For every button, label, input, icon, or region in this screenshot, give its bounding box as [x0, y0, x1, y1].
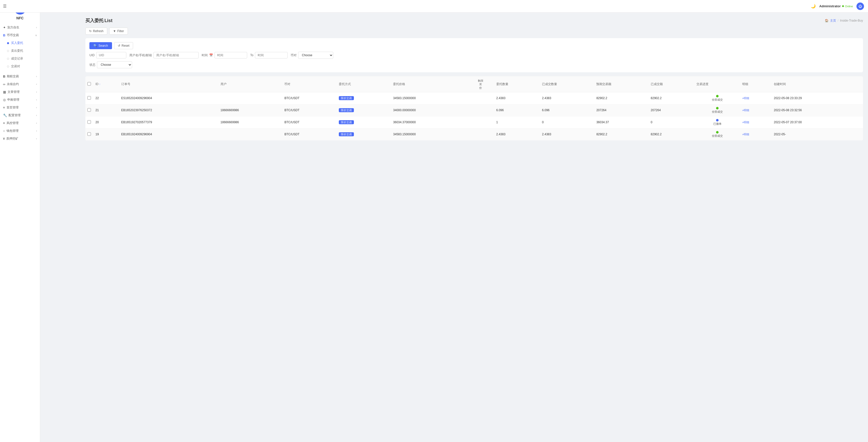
row-checkbox[interactable] — [87, 96, 91, 100]
dot-pair — [7, 66, 9, 68]
row-created-at: 2022-05-08 23:33:29 — [772, 92, 863, 104]
sidebar-group-homemgr-label: 首页管理 — [6, 105, 19, 110]
sidebar-group-risk[interactable]: ≡风控管理 ‹ — [0, 119, 40, 127]
sidebar-group-mining[interactable]: ¥质押挖矿 ‹ — [0, 135, 40, 143]
breadcrumb-sep: / — [838, 19, 838, 22]
filter-icon: ▼ — [113, 29, 116, 33]
th-checkbox — [85, 76, 93, 92]
refresh-button[interactable]: ↻ Refresh — [85, 28, 107, 35]
row-user — [218, 92, 283, 104]
th-est-amount: 预期交易额 — [594, 76, 649, 92]
row-checkbox[interactable] — [87, 120, 91, 124]
sidebar-item-buy-label: 买入委托 — [11, 41, 23, 45]
th-id-label: ID — [95, 82, 98, 86]
online-dot — [842, 5, 844, 7]
filter-button[interactable]: ▼ Filter — [109, 28, 128, 35]
progress-dot — [716, 119, 719, 122]
refresh-icon: ↻ — [89, 29, 92, 33]
sidebar-group-article[interactable]: ▦文章管理 ‹ — [0, 88, 40, 96]
menu-icon[interactable]: ☰ — [3, 4, 6, 8]
row-progress: 全部成交 — [694, 92, 740, 104]
search-icon: 🔍 — [93, 44, 97, 47]
detail-link[interactable]: »明细 — [742, 121, 749, 124]
time-to-input[interactable] — [255, 52, 287, 59]
page-title-text: 买入委托 — [85, 18, 103, 23]
sidebar-group-wallet[interactable]: ○钱包管理 ‹ — [0, 127, 40, 135]
filter-time-to: To — [250, 52, 287, 59]
row-qty: 2.4383 — [494, 128, 540, 140]
row-filled-amount: 82902.2 — [649, 128, 694, 140]
table-row: 22 ES1652024009296904 BTC/USDT 限价交易 3458… — [85, 92, 863, 104]
sidebar-item-trades[interactable]: 成交记录 — [0, 55, 40, 63]
select-all-checkbox[interactable] — [87, 82, 91, 86]
row-progress: 全部成交 — [694, 128, 740, 140]
currency-select[interactable]: Choose BTC/USDT ETH/USDT — [298, 52, 333, 59]
data-table: ID ↑ 订单号 用户 币对 委托方式 委托价格 触发发价 委托数量 已成交数量… — [85, 76, 863, 141]
uid-input[interactable] — [96, 52, 126, 59]
status-select[interactable]: Choose 全部成交 已撤单 部分成交 — [97, 61, 132, 68]
time-from-input[interactable] — [215, 52, 247, 59]
row-detail: »明细 — [740, 104, 772, 116]
row-est-amount: 82902.2 — [594, 92, 649, 104]
row-checkbox[interactable] — [87, 108, 91, 112]
type-tag: 限价交易 — [339, 132, 354, 136]
page-title: 买入委托 List — [85, 18, 113, 24]
table-header-row: ID ↑ 订单号 用户 币对 委托方式 委托价格 触发发价 委托数量 已成交数量… — [85, 76, 863, 92]
row-price: 34583.15000000 — [391, 92, 467, 104]
th-filled-amount: 已成交额 — [649, 76, 694, 92]
sidebar-item-buy[interactable]: 买入委托 — [0, 39, 40, 47]
detail-link[interactable]: »明细 — [742, 133, 749, 136]
row-checkbox-cell — [85, 104, 93, 116]
uid-label: UID — [89, 54, 95, 57]
type-tag: 限价交易 — [339, 96, 354, 100]
row-filled-qty: 2.4383 — [540, 92, 594, 104]
sidebar-group-perp[interactable]: ∞永续合约 ‹ — [0, 80, 40, 88]
row-checkbox-cell — [85, 116, 93, 128]
row-filled-amount: 0 — [649, 116, 694, 128]
row-order-no: EB1651927020577379 — [119, 116, 218, 128]
sidebar-group-article-label: 文章管理 — [7, 90, 20, 94]
sidebar-group-homemgr[interactable]: ≡首页管理 ‹ — [0, 104, 40, 111]
th-created-at: 创建时间 — [772, 76, 863, 92]
sidebar-section-homemgr: ≡首页管理 ‹ — [0, 104, 40, 111]
user-name: Administrator — [819, 4, 841, 8]
sidebar-group-options[interactable]: B期权交易 ‹ — [0, 72, 40, 80]
sidebar-item-sell[interactable]: 卖出委托 — [0, 47, 40, 55]
reset-button[interactable]: ↺ Reset — [114, 42, 133, 49]
user-info: Administrator Online — [819, 4, 853, 8]
breadcrumb-home[interactable]: 主页 — [830, 19, 836, 23]
theme-toggle-icon[interactable]: 🌙 — [811, 4, 816, 8]
chevron-ipo: ‹ — [36, 98, 37, 101]
sort-arrow-id[interactable]: ↑ — [99, 83, 100, 86]
action-buttons: ↻ Refresh ▼ Filter — [85, 28, 863, 35]
main-content: 买入委托 List 🏠 主页 / Inside-Trade-Buy ↻ Refr… — [81, 12, 868, 442]
chevron-risk: ‹ — [36, 122, 37, 125]
row-order-no: EB1651924009296904 — [119, 128, 218, 140]
row-checkbox[interactable] — [87, 132, 91, 136]
detail-link[interactable]: »明细 — [742, 109, 749, 112]
sidebar-item-pair[interactable]: 交易对 — [0, 63, 40, 70]
row-id: 19 — [93, 128, 119, 140]
filter-uid: UID — [89, 52, 126, 59]
sidebar-section-wallet: ○钱包管理 ‹ — [0, 127, 40, 135]
table-row: 19 EB1651924009296904 BTC/USDT 限价交易 3458… — [85, 128, 863, 140]
row-checkbox-cell — [85, 128, 93, 140]
table-row: 20 EB1651927020577379 18666669986 BTC/US… — [85, 116, 863, 128]
row-trigger — [467, 92, 494, 104]
search-button[interactable]: 🔍 Search — [89, 42, 112, 49]
sidebar-group-config-label: 配置管理 — [8, 113, 21, 117]
th-progress: 交易进度 — [694, 76, 740, 92]
sidebar-section-article: ▦文章管理 ‹ — [0, 88, 40, 96]
sidebar-group-ipo[interactable]: ◎申购管理 ‹ — [0, 96, 40, 104]
row-order-no: EB1652023976250372 — [119, 104, 218, 116]
detail-link[interactable]: »明细 — [742, 97, 749, 100]
row-trigger — [467, 116, 494, 128]
user-input[interactable] — [153, 52, 199, 59]
sidebar-group-coin[interactable]: B币币交易 ∨ — [0, 31, 40, 39]
sidebar-group-config[interactable]: 🔧配置管理 ‹ — [0, 111, 40, 119]
power-button[interactable]: ⏻ — [857, 2, 864, 10]
sidebar-group-my[interactable]: ✦划力自生 ‹ — [0, 24, 40, 31]
row-detail: »明细 — [740, 128, 772, 140]
sidebar-group-my-label: 划力自生 — [7, 25, 19, 30]
sidebar-section-coin: B币币交易 ∨ 买入委托 卖出委托 成交记录 交易对 — [0, 31, 40, 70]
